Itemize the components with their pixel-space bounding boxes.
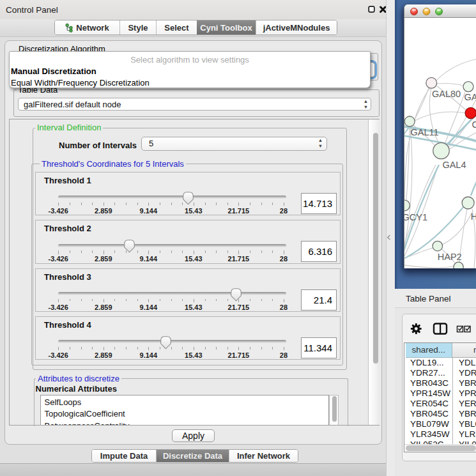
svg-text:GCY1: GCY1 (404, 212, 427, 222)
svg-text:GAL11: GAL11 (411, 127, 439, 137)
svg-text:C: C (472, 119, 476, 130)
svg-text:H: H (471, 211, 476, 222)
svg-text:HAP2: HAP2 (438, 252, 462, 262)
svg-text:GA: GA (464, 92, 476, 102)
svg-text:GAL4: GAL4 (442, 160, 466, 170)
svg-text:GAL80: GAL80 (432, 89, 461, 99)
